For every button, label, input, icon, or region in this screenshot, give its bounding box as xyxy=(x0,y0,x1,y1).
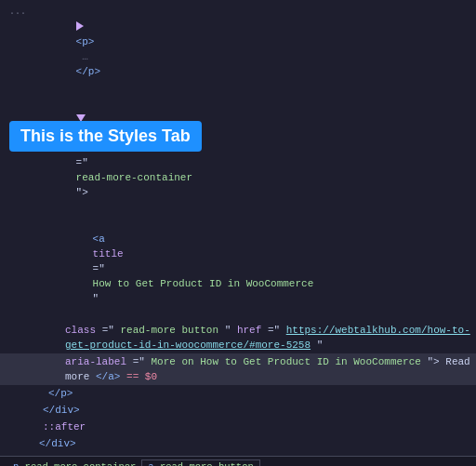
gutter: ... xyxy=(7,5,30,20)
html-panel: ... <p> … </p> <p class =" read-more-con… xyxy=(0,0,476,457)
html-line: ::after xyxy=(0,419,476,435)
html-line-selected: aria-label =" More on How to Get Product… xyxy=(0,353,476,385)
html-line: </div> xyxy=(0,435,476,452)
html-line: ... <p> … </p> xyxy=(0,4,476,95)
html-tag: <p> xyxy=(76,36,95,47)
styles-tooltip: This is the Styles Tab xyxy=(9,121,202,152)
html-line: </div> xyxy=(0,402,476,419)
html-line: <p class =" read-more-container "> xyxy=(0,95,476,216)
breadcrumb-bar: p.read-more-container a.read-more.button xyxy=(0,457,476,466)
html-line: <a title =" How to Get Product ID in Woo… xyxy=(0,216,476,322)
breadcrumb-item-2[interactable]: a.read-more.button xyxy=(141,459,259,466)
breadcrumb-item-1[interactable]: p.read-more-container xyxy=(7,460,141,467)
html-line: class =" read-more button " href =" http… xyxy=(0,322,476,353)
html-line: </p> xyxy=(0,385,476,402)
